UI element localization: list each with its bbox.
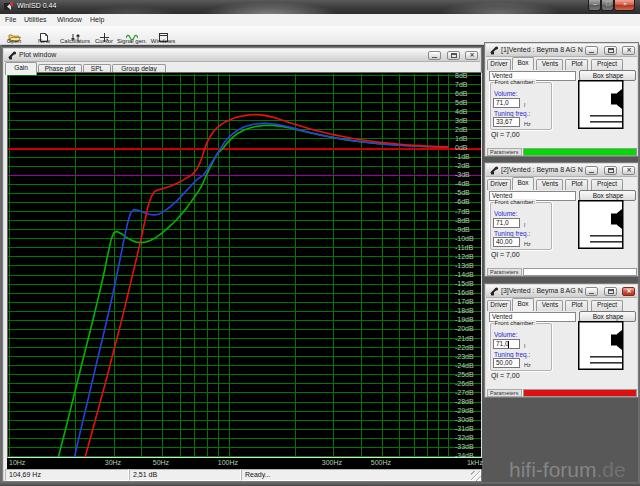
parameters-tab[interactable]: Parameters: [487, 389, 522, 397]
tab-driver[interactable]: Driver: [487, 300, 511, 311]
parameters-tab[interactable]: Parameters: [487, 268, 522, 276]
driver-window-1: [1]Vented : Beyma 8 AG N ✕ Driver Box Ve…: [484, 42, 639, 157]
tab-project[interactable]: Project: [591, 59, 623, 70]
signal-gen-button[interactable]: Signal gen.: [118, 27, 146, 44]
status-freq: 104,69 Hz: [5, 469, 129, 481]
tab-box[interactable]: Box: [512, 298, 534, 311]
tuning-freq-input[interactable]: 50,00: [493, 358, 520, 368]
minimize-button[interactable]: –: [588, 0, 601, 11]
maximize-button[interactable]: □: [601, 0, 614, 11]
parameters-tab[interactable]: Parameters: [487, 148, 522, 156]
menu-file[interactable]: File: [5, 16, 16, 24]
tuning-freq-input[interactable]: 40,00: [493, 237, 520, 247]
tab-box[interactable]: Box: [512, 57, 534, 70]
panel-minimize-button[interactable]: [585, 166, 598, 175]
x-tick-label: 50Hz: [141, 459, 181, 466]
panel-title: [2]Vented : Beyma 8 AG N: [501, 166, 583, 174]
svg-text:-16dB: -16dB: [455, 289, 474, 296]
front-chamber-group: Front chamber: Volume: 71,0 l Tuning fre…: [490, 202, 552, 250]
calculators-button[interactable]: Calculators: [61, 27, 89, 44]
svg-text:-31dB: -31dB: [455, 425, 474, 432]
cursor-icon: [92, 28, 116, 37]
driver-window-2: [2]Vented : Beyma 8 AG N ✕ Driver Box Ve…: [484, 162, 639, 277]
svg-text:-30dB: -30dB: [455, 416, 474, 423]
close-button[interactable]: ✕: [614, 0, 635, 11]
svg-text:-14dB: -14dB: [455, 271, 474, 278]
plot-window-icon: [8, 51, 17, 60]
panel-close-button[interactable]: ✕: [622, 166, 635, 175]
menu-utilities[interactable]: Utilities: [24, 16, 47, 24]
plot-window-titlebar[interactable]: Plot window ✕: [4, 49, 480, 62]
svg-text:4dB: 4dB: [455, 108, 468, 115]
calculators-icon: [61, 28, 89, 37]
panel-tabs: Driver Box Vents Plot Project: [487, 298, 636, 311]
menu-help[interactable]: Help: [90, 16, 104, 24]
menu-window[interactable]: Window: [57, 16, 82, 24]
plot-close-button[interactable]: ✕: [465, 51, 478, 60]
new-document-icon: [32, 28, 56, 37]
panel-maximize-button[interactable]: [604, 46, 617, 55]
tab-plot[interactable]: Plot: [565, 300, 588, 311]
cursor-button[interactable]: Cursor: [92, 27, 116, 44]
plot-status-bar: 104,69 Hz 2,51 dB Ready...: [5, 469, 481, 481]
svg-text:-17dB: -17dB: [455, 298, 474, 305]
ql-value: Ql = 7,00: [491, 372, 520, 380]
volume-input[interactable]: 71,0: [493, 339, 520, 349]
panel-minimize-button[interactable]: [585, 287, 598, 296]
tab-vents[interactable]: Vents: [536, 300, 563, 311]
panel-minimize-button[interactable]: [585, 46, 598, 55]
tab-driver[interactable]: Driver: [487, 59, 511, 70]
svg-text:-3dB: -3dB: [455, 171, 470, 178]
gain-plot[interactable]: 8dB7dB6dB5dB4dB3dB2dB1dB0dB-1dB-2dB-3dB-…: [7, 72, 482, 458]
ql-value: Ql = 7,00: [491, 131, 520, 139]
tab-driver[interactable]: Driver: [487, 179, 511, 190]
resize-grip[interactable]: [471, 471, 481, 481]
tab-plot[interactable]: Plot: [565, 179, 588, 190]
tab-project[interactable]: Project: [591, 179, 623, 190]
plot-maximize-button[interactable]: [447, 51, 460, 60]
tab-project[interactable]: Project: [591, 300, 623, 311]
tab-vents[interactable]: Vents: [536, 179, 563, 190]
box-diagram: [578, 80, 624, 129]
svg-text:-1dB: -1dB: [455, 153, 470, 160]
svg-text:1dB: 1dB: [455, 135, 468, 142]
panel-titlebar[interactable]: [1]Vented : Beyma 8 AG N ✕: [486, 44, 637, 57]
panel-icon: [490, 287, 499, 296]
panel-maximize-button[interactable]: [604, 287, 617, 296]
panel-close-button[interactable]: ✕: [622, 46, 635, 55]
box-diagram: [578, 200, 624, 249]
status-progress-bar: [523, 389, 637, 397]
x-tick-label: 100Hz: [208, 459, 248, 466]
open-button[interactable]: Open: [2, 27, 26, 44]
svg-text:-25dB: -25dB: [455, 371, 474, 378]
panel-title: [1]Vented : Beyma 8 AG N: [501, 46, 583, 54]
panel-titlebar[interactable]: [2]Vented : Beyma 8 AG N ✕: [486, 164, 637, 177]
panel-titlebar[interactable]: [3]Vented : Beyma 8 AG N ✕: [486, 285, 637, 298]
volume-input[interactable]: 71,0: [493, 218, 520, 228]
volume-label: Volume:: [494, 90, 517, 97]
svg-text:-8dB: -8dB: [455, 217, 470, 224]
tab-plot[interactable]: Plot: [565, 59, 588, 70]
svg-text:-5dB: -5dB: [455, 189, 470, 196]
svg-text:3dB: 3dB: [455, 117, 468, 124]
svg-text:7dB: 7dB: [455, 81, 468, 88]
panel-close-button[interactable]: ✕: [622, 287, 635, 296]
box-diagram: [578, 321, 624, 370]
tab-vents[interactable]: Vents: [536, 59, 563, 70]
panel-title: [3]Vented : Beyma 8 AG N: [501, 287, 583, 295]
new-button[interactable]: New: [32, 27, 56, 44]
svg-text:-4dB: -4dB: [455, 180, 470, 187]
svg-text:-33dB: -33dB: [455, 443, 474, 450]
title-bar[interactable]: WinISD 0.44 – □ ✕: [0, 0, 640, 14]
tab-box[interactable]: Box: [512, 177, 534, 190]
svg-text:-10dB: -10dB: [455, 235, 474, 242]
tab-gain[interactable]: Gain: [5, 62, 37, 75]
tuning-freq-input[interactable]: 33,67: [493, 117, 520, 127]
windows-button[interactable]: Windows: [149, 27, 177, 44]
svg-text:-15dB: -15dB: [455, 280, 474, 287]
menu-bar: File Utilities Window Help: [0, 14, 640, 26]
plot-minimize-button[interactable]: [428, 51, 441, 60]
panel-maximize-button[interactable]: [604, 166, 617, 175]
volume-input[interactable]: 71,0: [493, 98, 520, 108]
svg-text:8dB: 8dB: [455, 73, 468, 79]
